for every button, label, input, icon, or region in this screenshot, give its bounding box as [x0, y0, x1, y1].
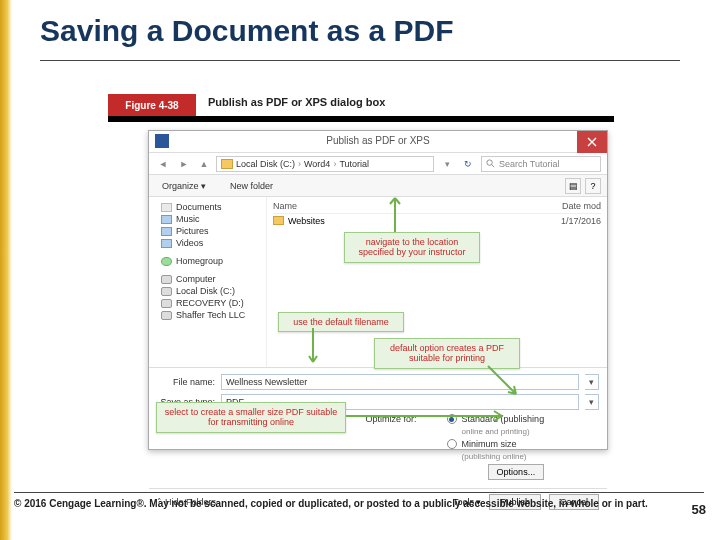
- radio-minimum-sub: (publishing online): [462, 452, 545, 461]
- file-list-header: Name Date mod: [273, 201, 601, 214]
- tree-music: Music: [153, 213, 262, 225]
- filename-field[interactable]: Wellness Newsletter: [221, 374, 579, 390]
- drive-icon: [161, 311, 172, 320]
- radio-standard-sub: online and printing): [462, 427, 545, 436]
- tree-documents: Documents: [153, 201, 262, 213]
- search-placeholder: Search Tutorial: [499, 159, 560, 169]
- optimize-label: Optimize for:: [366, 414, 417, 424]
- view-button[interactable]: ▤: [565, 178, 581, 194]
- dialog-titlebar[interactable]: Publish as PDF or XPS: [149, 131, 607, 153]
- radio-minimum[interactable]: Minimum size: [447, 439, 545, 449]
- forward-button[interactable]: ►: [176, 156, 192, 172]
- tree-drive-d: RECOVERY (D:): [153, 297, 262, 309]
- tree-drive-e: Shaffer Tech LLC: [153, 309, 262, 321]
- col-name[interactable]: Name: [273, 201, 531, 211]
- toolbar: Organize ▾ New folder ▤ ?: [149, 175, 607, 197]
- new-folder-button[interactable]: New folder: [223, 178, 280, 194]
- dialog-title: Publish as PDF or XPS: [326, 135, 429, 146]
- folder-icon: [273, 216, 284, 225]
- drive-icon: [161, 287, 172, 296]
- music-icon: [161, 215, 172, 224]
- file-date: 1/17/2016: [531, 216, 601, 226]
- tree-homegroup: Homegroup: [153, 255, 262, 267]
- search-icon: [486, 159, 495, 168]
- accent-bar: [0, 0, 12, 540]
- figure-tag: Figure 4-38: [108, 94, 196, 116]
- path-seg-1: Local Disk (C:): [236, 159, 295, 169]
- back-button[interactable]: ◄: [155, 156, 171, 172]
- callout-default-option: default option creates a PDF suitable fo…: [374, 338, 520, 369]
- chevron-right-icon: ›: [333, 159, 336, 169]
- breadcrumb[interactable]: Local Disk (C:) › Word4 › Tutorial: [216, 156, 434, 172]
- col-date[interactable]: Date mod: [531, 201, 601, 211]
- radio-icon: [447, 439, 457, 449]
- nav-bar: ◄ ► ▲ Local Disk (C:) › Word4 › Tutorial…: [149, 153, 607, 175]
- file-name: Websites: [288, 216, 531, 226]
- callout-navigate: navigate to the location specified by yo…: [344, 232, 480, 263]
- homegroup-icon: [161, 257, 172, 266]
- tree-videos: Videos: [153, 237, 262, 249]
- search-input[interactable]: Search Tutorial: [481, 156, 601, 172]
- drive-icon: [161, 299, 172, 308]
- filename-dropdown[interactable]: ▾: [585, 374, 599, 390]
- close-button[interactable]: [577, 131, 607, 153]
- page-number: 58: [692, 502, 706, 517]
- tree-computer: Computer: [153, 273, 262, 285]
- pictures-icon: [161, 227, 172, 236]
- file-row[interactable]: Websites 1/17/2016: [273, 214, 601, 228]
- filename-label: File name:: [157, 377, 215, 387]
- callout-filename: use the default filename: [278, 312, 404, 332]
- copyright: © 2016 Cengage Learning®. May not be sca…: [14, 498, 654, 511]
- path-seg-3: Tutorial: [339, 159, 369, 169]
- figure-divider: [108, 116, 614, 122]
- radio-icon: [447, 414, 457, 424]
- tree-pictures: Pictures: [153, 225, 262, 237]
- figure-caption: Publish as PDF or XPS dialog box: [208, 96, 385, 108]
- refresh-button[interactable]: ↻: [460, 156, 476, 172]
- folder-tree[interactable]: Documents Music Pictures Videos Homegrou…: [149, 197, 267, 367]
- svg-point-0: [487, 160, 492, 165]
- close-icon: [587, 137, 597, 147]
- computer-icon: [161, 275, 172, 284]
- footer-rule: [14, 492, 704, 493]
- up-button[interactable]: ▲: [197, 157, 211, 171]
- path-dropdown[interactable]: ▾: [439, 156, 455, 172]
- saveas-dropdown[interactable]: ▾: [585, 394, 599, 410]
- documents-icon: [161, 203, 172, 212]
- options-button[interactable]: Options...: [488, 464, 545, 480]
- chevron-right-icon: ›: [298, 159, 301, 169]
- folder-icon: [221, 159, 233, 169]
- figure-frame: Figure 4-38 Publish as PDF or XPS dialog…: [108, 94, 614, 460]
- title-rule: [40, 60, 680, 61]
- tree-drive-c: Local Disk (C:): [153, 285, 262, 297]
- videos-icon: [161, 239, 172, 248]
- organize-button[interactable]: Organize ▾: [155, 178, 213, 194]
- slide: Saving a Document as a PDF Figure 4-38 P…: [0, 0, 720, 540]
- callout-smaller-size: select to create a smaller size PDF suit…: [156, 402, 346, 433]
- word-icon: [155, 134, 169, 148]
- help-button[interactable]: ?: [585, 178, 601, 194]
- radio-standard[interactable]: Standard (publishing: [447, 414, 545, 424]
- path-seg-2: Word4: [304, 159, 330, 169]
- slide-title: Saving a Document as a PDF: [40, 14, 453, 48]
